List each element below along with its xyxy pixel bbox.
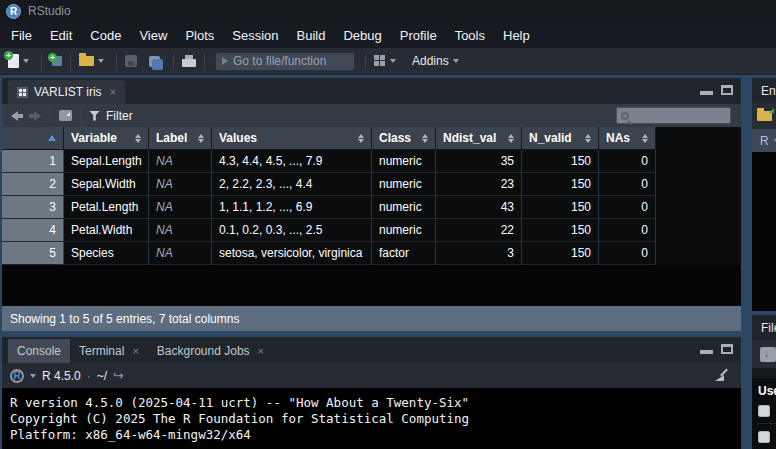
cell-n-valid: 150 bbox=[522, 196, 599, 219]
environment-language-dropdown[interactable]: R bbox=[752, 129, 776, 152]
main-toolbar: + + Go to file/function Addins bbox=[0, 48, 776, 75]
menu-view[interactable]: View bbox=[130, 22, 176, 48]
menu-session[interactable]: Session bbox=[223, 22, 287, 48]
sort-icon[interactable] bbox=[198, 134, 204, 143]
column-header-n-valid[interactable]: N_valid bbox=[522, 127, 599, 150]
console-output[interactable]: R version 4.5.0 (2025-04-11 ucrt) -- "Ho… bbox=[2, 388, 741, 449]
console-line: Platform: x86_64-w64-mingw32/x64 bbox=[10, 427, 741, 443]
menu-build[interactable]: Build bbox=[288, 22, 335, 48]
sort-icon[interactable] bbox=[422, 134, 428, 143]
forward-button[interactable] bbox=[29, 111, 41, 121]
sort-icon[interactable] bbox=[508, 134, 514, 143]
column-header-values[interactable]: Values bbox=[212, 127, 372, 150]
menu-debug[interactable]: Debug bbox=[334, 22, 390, 48]
menu-bar: File Edit Code View Plots Session Build … bbox=[0, 22, 776, 48]
menu-tools[interactable]: Tools bbox=[446, 22, 494, 48]
menu-help[interactable]: Help bbox=[494, 22, 539, 48]
cell-nas: 0 bbox=[599, 219, 656, 242]
load-workspace-icon[interactable] bbox=[757, 111, 772, 121]
menu-edit[interactable]: Edit bbox=[41, 22, 81, 48]
close-icon[interactable]: × bbox=[258, 345, 264, 357]
files-toolbar bbox=[752, 340, 776, 368]
list-item[interactable] bbox=[758, 398, 776, 424]
package-checkbox[interactable] bbox=[758, 431, 770, 443]
column-header-ndist-val[interactable]: Ndist_val bbox=[436, 127, 522, 150]
sort-icon[interactable] bbox=[642, 134, 648, 143]
print-button[interactable] bbox=[180, 50, 198, 72]
column-header-nas[interactable]: NAs bbox=[599, 127, 656, 150]
save-all-button[interactable] bbox=[147, 50, 167, 72]
back-button[interactable] bbox=[11, 111, 23, 121]
filter-button[interactable]: Filter bbox=[87, 105, 135, 127]
tab-terminal[interactable]: Terminal × bbox=[70, 339, 148, 363]
toolbar-divider bbox=[80, 107, 81, 124]
table-row[interactable]: 1 Sepal.Length NA 4.3, 4.4, 4.5, ..., 7.… bbox=[2, 150, 741, 173]
separator-dot: · bbox=[87, 369, 91, 383]
column-header-label[interactable]: Label bbox=[149, 127, 212, 150]
menu-code[interactable]: Code bbox=[81, 22, 130, 48]
tab-files[interactable]: Files bbox=[752, 315, 776, 340]
tab-varlist-iris[interactable]: VARLIST iris × bbox=[8, 80, 125, 104]
filter-label: Filter bbox=[106, 109, 133, 123]
console-toolbar: R R 4.5.0 · ~/ ↪ bbox=[2, 363, 741, 388]
open-file-button[interactable] bbox=[77, 50, 110, 72]
column-header-variable[interactable]: Variable bbox=[64, 127, 149, 150]
menu-plots[interactable]: Plots bbox=[176, 22, 223, 48]
table-empty-area bbox=[2, 265, 741, 306]
sort-icon[interactable] bbox=[358, 134, 364, 143]
sort-icon[interactable] bbox=[585, 134, 591, 143]
cell-nas: 0 bbox=[599, 173, 656, 196]
goto-placeholder: Go to file/function bbox=[233, 54, 326, 68]
maximize-pane-icon[interactable] bbox=[721, 344, 733, 354]
install-package-icon[interactable] bbox=[760, 347, 776, 362]
minimize-pane-icon[interactable] bbox=[700, 86, 713, 95]
sort-icon[interactable] bbox=[135, 134, 141, 143]
panes-layout-button[interactable] bbox=[372, 50, 402, 72]
chevron-down-icon bbox=[453, 59, 459, 63]
cell-variable: Sepal.Length bbox=[64, 150, 149, 173]
search-icon bbox=[621, 112, 629, 120]
save-button[interactable] bbox=[123, 50, 139, 72]
cell-variable: Petal.Width bbox=[64, 219, 149, 242]
environment-pane: Environment R bbox=[752, 78, 776, 311]
addins-button[interactable]: Addins bbox=[402, 50, 465, 72]
goto-arrow-icon bbox=[222, 57, 228, 65]
new-file-button[interactable]: + bbox=[6, 50, 35, 72]
console-line: Copyright (C) 2025 The R Foundation for … bbox=[10, 411, 741, 427]
column-header-class[interactable]: Class bbox=[372, 127, 436, 150]
goto-directory-icon[interactable]: ↪ bbox=[113, 368, 124, 383]
menu-file[interactable]: File bbox=[2, 22, 41, 48]
close-icon[interactable]: × bbox=[132, 345, 138, 357]
goto-file-input[interactable]: Go to file/function bbox=[215, 52, 355, 71]
clear-console-icon[interactable] bbox=[715, 368, 729, 382]
cell-class: factor bbox=[372, 242, 436, 265]
table-row[interactable]: 2 Sepal.Width NA 2, 2.2, 2.3, ..., 4.4 n… bbox=[2, 173, 741, 196]
working-directory-link[interactable]: ~/ bbox=[97, 369, 107, 383]
cell-nas: 0 bbox=[599, 242, 656, 265]
cell-n-valid: 150 bbox=[522, 173, 599, 196]
tab-console[interactable]: Console bbox=[8, 339, 70, 363]
cell-n-valid: 150 bbox=[522, 242, 599, 265]
close-icon[interactable]: × bbox=[110, 86, 116, 98]
menu-profile[interactable]: Profile bbox=[391, 22, 446, 48]
new-project-button[interactable]: + bbox=[48, 50, 64, 72]
minimize-pane-icon[interactable] bbox=[700, 345, 713, 354]
table-row[interactable]: 4 Petal.Width NA 0.1, 0.2, 0.3, ..., 2.5… bbox=[2, 219, 741, 242]
list-item[interactable] bbox=[758, 424, 776, 449]
chevron-down-icon[interactable] bbox=[30, 374, 36, 378]
table-row[interactable]: 5 Species NA setosa, versicolor, virgini… bbox=[2, 242, 741, 265]
cell-nas: 0 bbox=[599, 150, 656, 173]
maximize-pane-icon[interactable] bbox=[721, 85, 733, 95]
sort-ascending-icon bbox=[48, 135, 56, 141]
row-number: 4 bbox=[2, 219, 64, 242]
package-checkbox[interactable] bbox=[758, 405, 770, 417]
table-row[interactable]: 3 Petal.Length NA 1, 1.1, 1.2, ..., 6.9 … bbox=[2, 196, 741, 219]
row-number: 3 bbox=[2, 196, 64, 219]
tab-environment[interactable]: Environment bbox=[752, 78, 776, 103]
tab-label: Files bbox=[761, 321, 776, 335]
tab-background-jobs[interactable]: Background Jobs × bbox=[148, 339, 273, 363]
row-number-header[interactable] bbox=[2, 127, 64, 150]
cell-ndist-val: 35 bbox=[436, 150, 522, 173]
open-in-new-window-button[interactable] bbox=[57, 105, 74, 127]
table-search-input[interactable] bbox=[616, 107, 731, 124]
